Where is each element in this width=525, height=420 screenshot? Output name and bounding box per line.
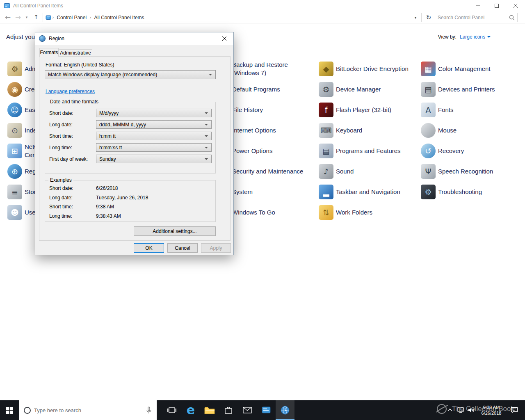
control-panel-item[interactable]: fFlash Player (32-bit)	[319, 100, 421, 120]
apply-button: Apply	[201, 243, 231, 253]
format-select[interactable]: Match Windows display language (recommen…	[45, 70, 216, 79]
fonts-icon: A	[421, 103, 436, 117]
example-value: 9:38 AM	[96, 204, 114, 210]
control-panel-item[interactable]: ⚙Troubleshooting	[421, 182, 523, 202]
taskbar-and-navigation-icon: ▂	[319, 185, 333, 199]
work-folders-icon: ⇅	[319, 205, 333, 220]
region-icon	[280, 405, 290, 415]
windows-logo-icon	[6, 407, 13, 414]
clock-time: 9:38 AM	[477, 404, 506, 410]
chevron-down-icon	[205, 112, 208, 114]
tab-formats[interactable]: Formats	[39, 48, 59, 57]
short-time-select[interactable]: h:mm tt	[96, 132, 212, 140]
example-label: Short date:	[49, 185, 73, 191]
control-panel-item[interactable]: ⚙Device Manager	[319, 80, 421, 99]
dialog-close-icon[interactable]	[215, 32, 233, 45]
chevron-down-icon	[205, 135, 208, 137]
user-accounts-icon: ☻	[7, 205, 22, 220]
volume-icon[interactable]	[466, 400, 477, 420]
field-label: First day of week:	[49, 156, 88, 162]
taskbar-app-mail[interactable]	[238, 400, 257, 420]
field-label: Short time:	[49, 133, 73, 139]
control-panel-item-label: Backup and Restore (Windows 7)	[232, 61, 288, 77]
group-title: Date and time formats	[48, 99, 100, 105]
short-date-row: Short date: M/d/yyyy	[45, 109, 215, 117]
taskbar-app-store[interactable]	[219, 400, 238, 420]
control-panel-item[interactable]: ▂Taskbar and Navigation	[319, 182, 421, 202]
control-panel-item[interactable]: ↺Recovery	[421, 141, 523, 161]
taskbar-search-box	[19, 400, 157, 420]
hidden-icons-chevron[interactable]	[445, 400, 455, 420]
start-button[interactable]	[0, 400, 19, 420]
control-panel-item[interactable]: ▤Programs and Features	[319, 141, 421, 161]
control-panel-item-label: Mouse	[438, 126, 457, 135]
microphone-icon[interactable]	[146, 406, 152, 414]
dialog-title: Region	[49, 36, 64, 41]
dialog-titlebar[interactable]: Region	[35, 32, 233, 45]
taskbar: e 9:38 AM 6/26/2018 The Collection	[0, 400, 525, 420]
cancel-button[interactable]: Cancel	[167, 243, 198, 253]
taskbar-clock[interactable]: 9:38 AM 6/26/2018	[477, 404, 506, 416]
edge-icon: e	[187, 404, 195, 416]
chevron-down-icon	[205, 147, 208, 148]
field-label: Long time:	[49, 145, 72, 151]
control-panel-item[interactable]: ▦Color Management	[421, 59, 523, 79]
example-row: Long time: 9:38:43 AM	[45, 213, 215, 219]
control-panel-item[interactable]: ◆BitLocker Drive Encryption	[319, 59, 421, 79]
control-panel-item-label: Sound	[336, 167, 354, 176]
taskbar-app-control-panel[interactable]	[257, 400, 276, 420]
file-explorer-icon	[204, 406, 215, 415]
system-tray: 9:38 AM 6/26/2018	[445, 400, 525, 420]
taskbar-search-input[interactable]	[31, 407, 146, 413]
control-panel-item[interactable]: ▤Devices and Printers	[421, 80, 523, 99]
control-panel-item-label: Troubleshooting	[438, 188, 482, 196]
field-label: Short date:	[49, 110, 73, 116]
action-center-icon[interactable]	[506, 400, 523, 420]
control-panel-item[interactable]: AFonts	[421, 100, 523, 120]
long-date-row: Long date: dddd, MMMM d, yyyy	[45, 120, 215, 129]
control-panel-item-label: Work Folders	[336, 208, 372, 217]
control-panel-item[interactable]: ⇅Work Folders	[319, 203, 421, 222]
ok-button[interactable]: OK	[134, 243, 164, 253]
long-time-select[interactable]: h:mm:ss tt	[96, 143, 212, 152]
combo-value: h:mm tt	[99, 133, 116, 139]
example-label: Long date:	[49, 195, 73, 201]
region-icon	[39, 35, 46, 42]
short-date-select[interactable]: M/d/yyyy	[96, 109, 212, 117]
format-select-value: Match Windows display language (recommen…	[48, 72, 157, 78]
control-panel-item-label: Recovery	[438, 147, 464, 155]
taskbar-app-edge[interactable]: e	[181, 400, 200, 420]
indexing-options-icon: ⊙	[7, 123, 22, 138]
long-date-select[interactable]: dddd, MMMM d, yyyy	[96, 120, 212, 129]
control-panel-item[interactable]: ΨSpeech Recognition	[421, 162, 523, 181]
control-panel-item-label: Fonts	[438, 106, 454, 114]
control-panel-item-label: Windows To Go	[232, 208, 275, 217]
control-panel-item[interactable]: ⌨Keyboard	[319, 121, 421, 140]
network-icon[interactable]	[455, 400, 466, 420]
control-panel-item-label: Devices and Printers	[438, 85, 495, 94]
taskbar-app-region-active[interactable]	[276, 400, 294, 420]
language-preferences-link[interactable]: Language preferences	[46, 89, 95, 94]
task-view-button[interactable]	[162, 400, 181, 420]
example-row: Short date: 6/26/2018	[45, 185, 215, 192]
sound-icon: ♪	[319, 164, 333, 179]
tab-administrative[interactable]: Administrative	[59, 49, 92, 56]
ease-of-access-icon: ☺	[7, 103, 22, 117]
combo-value: h:mm:ss tt	[99, 145, 122, 151]
taskbar-app-file-explorer[interactable]	[200, 400, 219, 420]
control-panel-item-label: Default Programs	[232, 85, 280, 94]
combo-value: dddd, MMMM d, yyyy	[99, 122, 146, 128]
task-view-icon	[167, 406, 176, 414]
formats-tab-page: Format: English (United States) Match Wi…	[39, 56, 231, 241]
control-panel-item[interactable]: ♪Sound	[319, 162, 421, 181]
control-panel-item[interactable]: Mouse	[421, 121, 523, 140]
administrative-tools-icon: ⚙	[7, 62, 22, 76]
mouse-icon	[421, 123, 436, 138]
example-value: Tuesday, June 26, 2018	[96, 195, 148, 201]
example-value: 9:38:43 AM	[96, 213, 121, 219]
additional-settings-button[interactable]: Additional settings...	[134, 226, 216, 236]
first-day-select[interactable]: Sunday	[96, 155, 212, 163]
examples-group: Examples Short date: 6/26/2018 Long date…	[45, 180, 216, 222]
field-label: Long date:	[49, 122, 73, 128]
chevron-down-icon	[209, 74, 212, 75]
